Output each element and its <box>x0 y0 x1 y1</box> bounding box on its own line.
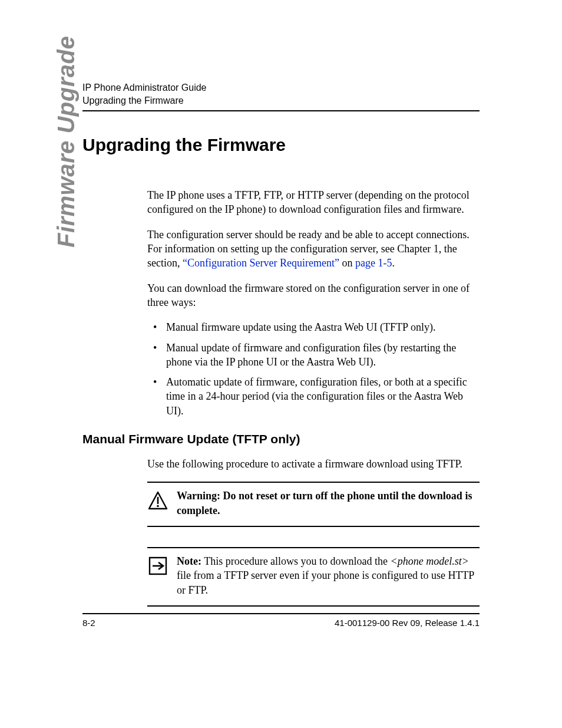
svg-point-2 <box>157 505 159 508</box>
page-number: 8-2 <box>82 618 95 628</box>
note-label: Note: <box>177 555 201 567</box>
note-text: Note: This procedure allows you to downl… <box>177 554 480 597</box>
header-rule <box>82 110 480 111</box>
paragraph-1: The IP phone uses a TFTP, FTP, or HTTP s… <box>147 188 480 217</box>
warning-label: Warning: <box>177 490 220 502</box>
body-column: The IP phone uses a TFTP, FTP, or HTTP s… <box>147 188 480 418</box>
note-callout: Note: This procedure allows you to downl… <box>147 547 480 607</box>
note-pre: This procedure allows you to download th… <box>201 555 391 567</box>
side-tab-label: Firmware Upgrade <box>53 36 80 248</box>
download-methods-list: Manual firmware update using the Aastra … <box>147 320 480 418</box>
note-italic: <phone model.st> <box>391 555 469 567</box>
header-line-1: IP Phone Administrator Guide <box>82 81 480 94</box>
section-title: Upgrading the Firmware <box>82 135 480 155</box>
body-column-2: Use the following procedure to activate … <box>147 457 480 607</box>
warning-body: Do not reset or turn off the phone until… <box>177 490 472 516</box>
link-page-1-5[interactable]: page 1-5 <box>355 257 392 269</box>
paragraph-2-mid: on <box>339 257 355 269</box>
list-item: Automatic update of firmware, configurat… <box>147 375 480 418</box>
header-line-2: Upgrading the Firmware <box>82 94 480 107</box>
note-post: file from a TFTP server even if your pho… <box>177 569 474 595</box>
link-config-server-requirement[interactable]: “Configuration Server Requirement” <box>183 257 339 269</box>
paragraph-3: You can download the firmware stored on … <box>147 281 480 310</box>
subsection-title: Manual Firmware Update (TFTP only) <box>82 432 480 446</box>
paragraph-2-post: . <box>392 257 395 269</box>
warning-text: Warning: Do not reset or turn off the ph… <box>177 489 480 518</box>
list-item: Manual firmware update using the Aastra … <box>147 320 480 334</box>
paragraph-4: Use the following procedure to activate … <box>147 457 480 471</box>
footer-rule <box>82 613 480 614</box>
page: IP Phone Administrator Guide Upgrading t… <box>0 0 562 728</box>
running-header: IP Phone Administrator Guide Upgrading t… <box>82 81 480 111</box>
list-item: Manual update of firmware and configurat… <box>147 341 480 370</box>
note-icon <box>147 555 168 577</box>
warning-callout: Warning: Do not reset or turn off the ph… <box>147 482 480 527</box>
warning-icon <box>147 490 168 511</box>
doc-revision: 41-001129-00 Rev 09, Release 1.4.1 <box>335 618 480 628</box>
paragraph-2: The configuration server should be ready… <box>147 228 480 271</box>
page-footer: 8-2 41-001129-00 Rev 09, Release 1.4.1 <box>82 613 480 628</box>
